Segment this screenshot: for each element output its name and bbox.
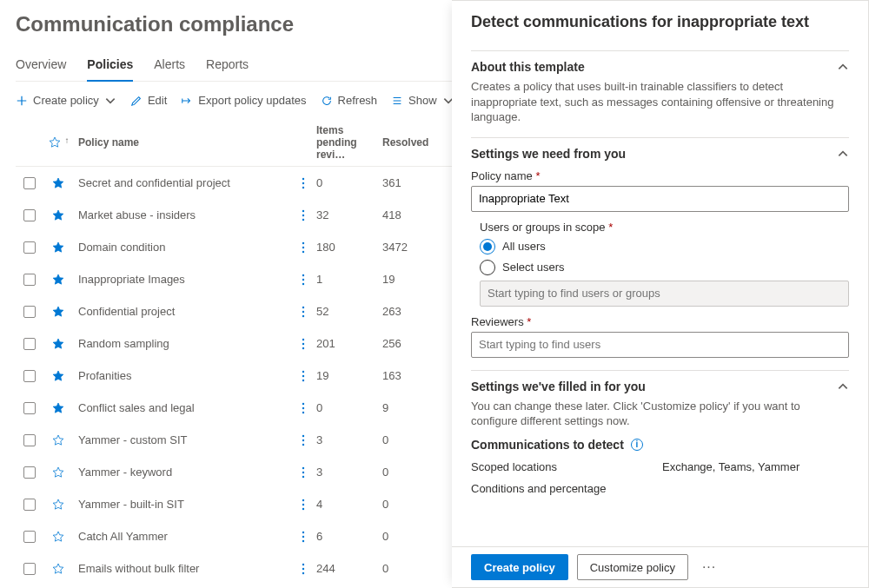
star-column-header[interactable]: ↑: [43, 135, 73, 149]
row-checkbox[interactable]: [23, 402, 36, 414]
create-policy-button[interactable]: Create policy: [16, 94, 116, 107]
scope-select-users[interactable]: Select users: [480, 260, 849, 275]
table-row[interactable]: Profanities19163: [16, 360, 452, 392]
table-row[interactable]: Emails without bulk filter2440: [16, 552, 452, 585]
policy-name-input[interactable]: [471, 186, 849, 212]
tab-overview[interactable]: Overview: [16, 52, 66, 81]
row-checkbox[interactable]: [23, 466, 36, 479]
row-checkbox[interactable]: [23, 177, 36, 189]
scope-all-users[interactable]: All users: [480, 239, 849, 254]
policy-name-cell: Confidential project: [73, 305, 290, 318]
row-checkbox[interactable]: [23, 209, 36, 221]
table-row[interactable]: Domain condition1803472: [16, 231, 452, 263]
svg-point-31: [302, 503, 304, 505]
tab-alerts[interactable]: Alerts: [154, 52, 185, 81]
svg-point-30: [302, 499, 304, 500]
more-icon[interactable]: [302, 369, 305, 383]
star-icon[interactable]: [51, 498, 65, 512]
svg-point-22: [302, 406, 304, 408]
resolved-header[interactable]: Resolved: [382, 136, 434, 149]
star-icon[interactable]: [51, 562, 65, 576]
star-icon[interactable]: [51, 369, 65, 383]
table-row[interactable]: Conflict sales and legal09: [16, 392, 452, 424]
section-about-header[interactable]: About this template: [471, 60, 849, 74]
tab-reports[interactable]: Reports: [206, 52, 249, 81]
svg-point-14: [302, 314, 304, 316]
refresh-button[interactable]: Refresh: [321, 94, 378, 107]
svg-point-4: [302, 214, 304, 215]
resolved-cell: 0: [382, 562, 434, 575]
star-icon[interactable]: [51, 337, 65, 351]
star-icon[interactable]: [51, 176, 65, 190]
svg-point-33: [302, 531, 304, 532]
create-policy-button[interactable]: Create policy: [471, 554, 568, 580]
svg-point-37: [302, 567, 304, 569]
row-checkbox[interactable]: [23, 338, 36, 350]
row-checkbox[interactable]: [23, 370, 36, 382]
more-actions-button[interactable]: ···: [697, 559, 721, 575]
star-icon[interactable]: [51, 273, 65, 287]
row-checkbox[interactable]: [23, 531, 36, 543]
chevron-up-icon: [837, 148, 849, 160]
more-icon[interactable]: [302, 530, 305, 544]
table-row[interactable]: Secret and confidential project0361: [16, 167, 452, 199]
svg-point-1: [302, 182, 304, 183]
table-row[interactable]: Yammer - keyword30: [16, 456, 452, 488]
more-icon[interactable]: [302, 401, 305, 415]
resolved-cell: 0: [382, 466, 434, 479]
table-row[interactable]: Catch All Yammer60: [16, 520, 452, 552]
table-row[interactable]: Confidential project52263: [16, 295, 452, 327]
main-content: Communication compliance Overview Polici…: [0, 0, 452, 588]
resolved-cell: 163: [382, 369, 434, 382]
refresh-label: Refresh: [338, 94, 378, 107]
policy-name-cell: Yammer - built-in SIT: [73, 498, 290, 511]
export-button[interactable]: Export policy updates: [181, 94, 306, 107]
more-icon[interactable]: [302, 305, 305, 319]
radio-icon: [480, 260, 495, 275]
star-icon[interactable]: [51, 530, 65, 544]
pending-header[interactable]: Items pending revi…: [316, 124, 382, 161]
row-checkbox[interactable]: [23, 306, 36, 318]
table-row[interactable]: Yammer - custom SIT30: [16, 424, 452, 456]
policy-name-cell: Yammer - custom SIT: [73, 433, 290, 446]
more-icon[interactable]: [302, 562, 305, 576]
svg-point-34: [302, 535, 304, 537]
row-checkbox[interactable]: [23, 241, 36, 254]
row-checkbox[interactable]: [23, 274, 36, 286]
star-icon[interactable]: [51, 433, 65, 447]
star-icon[interactable]: [51, 241, 65, 254]
table-row[interactable]: Random sampling201256: [16, 327, 452, 360]
edit-button[interactable]: Edit: [130, 94, 167, 107]
create-policy-label: Create policy: [33, 94, 99, 107]
section-settings-need-header[interactable]: Settings we need from you: [471, 147, 849, 161]
tab-policies[interactable]: Policies: [87, 52, 133, 82]
table-row[interactable]: Yammer - built-in SIT40: [16, 488, 452, 520]
table-row[interactable]: Market abuse - insiders32418: [16, 199, 452, 231]
info-icon[interactable]: i: [631, 439, 643, 451]
star-icon[interactable]: [51, 401, 65, 415]
more-icon[interactable]: [302, 337, 305, 351]
more-icon[interactable]: [302, 176, 305, 190]
policy-name-header[interactable]: Policy name: [73, 136, 290, 149]
more-icon[interactable]: [302, 241, 305, 254]
more-icon[interactable]: [302, 208, 305, 222]
row-checkbox[interactable]: [23, 563, 36, 575]
more-icon[interactable]: [302, 466, 305, 479]
more-icon[interactable]: [302, 273, 305, 287]
more-icon[interactable]: [302, 498, 305, 512]
show-button[interactable]: Show: [391, 94, 454, 107]
reviewers-input[interactable]: [471, 332, 849, 358]
resolved-cell: 361: [382, 176, 434, 189]
policy-name-cell: Secret and confidential project: [73, 176, 290, 189]
more-icon[interactable]: [302, 433, 305, 447]
row-checkbox[interactable]: [23, 499, 36, 511]
star-icon[interactable]: [51, 208, 65, 222]
star-icon[interactable]: [51, 466, 65, 479]
svg-point-17: [302, 347, 304, 348]
star-icon[interactable]: [51, 305, 65, 319]
section-settings-filled-header[interactable]: Settings we've filled in for you: [471, 380, 849, 393]
table-row[interactable]: Inappropriate Images119: [16, 263, 452, 295]
row-checkbox[interactable]: [23, 434, 36, 446]
export-label: Export policy updates: [198, 94, 306, 107]
customize-policy-button[interactable]: Customize policy: [577, 554, 688, 580]
